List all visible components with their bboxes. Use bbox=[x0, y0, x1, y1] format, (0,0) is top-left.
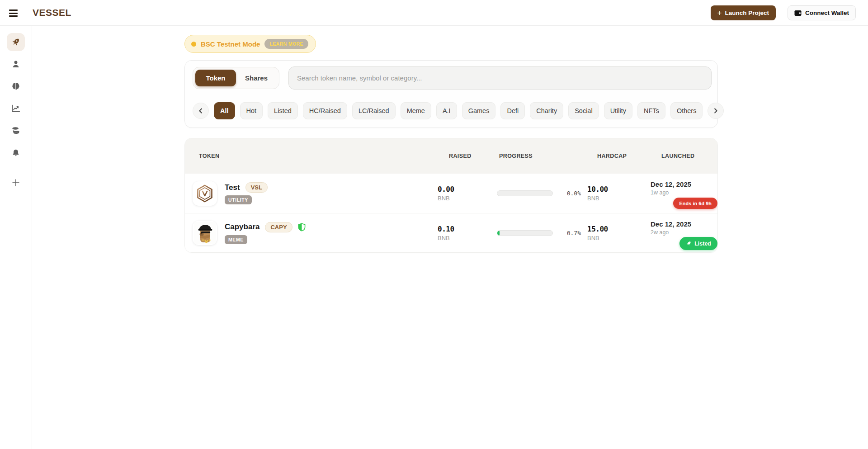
category-chip-charity[interactable]: Charity bbox=[530, 102, 563, 119]
category-filter-row: All Hot Listed HC/Raised LC/Raised Meme … bbox=[193, 102, 711, 119]
table-row[interactable]: Test VSL UTILITY 0.00 BNB 0.0% 10.00 BNB bbox=[185, 174, 717, 213]
progress-bar-fill bbox=[497, 231, 500, 236]
category-chip-nfts[interactable]: NFTs bbox=[637, 102, 665, 119]
scroll-left-button[interactable] bbox=[193, 103, 209, 119]
chevron-right-icon bbox=[712, 108, 719, 114]
token-logo-capybara bbox=[193, 221, 217, 245]
hamburger-icon bbox=[9, 9, 18, 11]
raised-unit: BNB bbox=[438, 235, 493, 241]
column-header-launched: LAUNCHED bbox=[650, 153, 717, 159]
chart-icon bbox=[11, 104, 21, 113]
raised-value: 0.00 bbox=[438, 185, 493, 194]
category-chip-listed[interactable]: Listed bbox=[268, 102, 298, 119]
raised-unit: BNB bbox=[438, 195, 493, 202]
launched-ago: 2w ago bbox=[651, 229, 717, 236]
bell-icon bbox=[11, 148, 21, 158]
category-chip-games[interactable]: Games bbox=[462, 102, 496, 119]
category-chip-hot[interactable]: Hot bbox=[240, 102, 263, 119]
hardcap-value: 15.00 bbox=[587, 225, 650, 233]
sidebar-item-add[interactable] bbox=[7, 174, 25, 192]
column-header-raised: RAISED bbox=[434, 153, 493, 159]
network-status-dot bbox=[191, 42, 196, 47]
sidebar-item-profile[interactable] bbox=[7, 55, 25, 73]
token-category-tag: MEME bbox=[225, 235, 247, 244]
progress-cell: 0.0% bbox=[493, 190, 583, 197]
status-badge-listed[interactable]: Listed bbox=[679, 237, 717, 250]
network-banner-text: BSC Testnet Mode bbox=[201, 40, 260, 48]
scroll-right-button[interactable] bbox=[708, 103, 724, 119]
menu-toggle-button[interactable] bbox=[8, 6, 22, 20]
table-header-row: TOKEN RAISED PROGRESS HARDCAP LAUNCHED bbox=[185, 138, 717, 174]
category-chip-ai[interactable]: A.I bbox=[436, 102, 457, 119]
category-chip-hc-raised[interactable]: HC/Raised bbox=[303, 102, 347, 119]
hardcap-value: 10.00 bbox=[587, 185, 650, 194]
progress-cell: 0.7% bbox=[493, 230, 583, 236]
sidebar-item-notifications[interactable] bbox=[7, 144, 25, 162]
coins-icon bbox=[11, 126, 21, 136]
mode-toggle: Token Shares bbox=[193, 67, 279, 89]
wallet-icon bbox=[794, 10, 802, 16]
token-cell: Test VSL UTILITY bbox=[185, 181, 434, 206]
sidebar-item-launchpad[interactable] bbox=[7, 33, 25, 51]
category-chip-others[interactable]: Others bbox=[670, 102, 703, 119]
launched-cell: Dec 12, 2025 1w ago bbox=[650, 174, 717, 196]
hardcap-cell: 10.00 BNB bbox=[583, 185, 650, 202]
token-cell: Capybara CAPY MEME bbox=[185, 221, 434, 245]
token-symbol-badge: VSL bbox=[245, 182, 268, 193]
raised-cell: 0.00 BNB bbox=[434, 185, 493, 202]
plus-icon bbox=[11, 178, 21, 188]
network-banner: BSC Testnet Mode LEARN MORE bbox=[184, 35, 316, 53]
category-chip-lc-raised[interactable]: LC/Raised bbox=[352, 102, 396, 119]
column-header-hardcap: HARDCAP bbox=[583, 153, 650, 159]
brain-icon bbox=[11, 81, 21, 91]
launch-project-button[interactable]: + Launch Project bbox=[711, 5, 776, 20]
progress-bar bbox=[497, 230, 553, 236]
token-name: Test bbox=[225, 183, 240, 192]
mode-shares-button[interactable]: Shares bbox=[236, 70, 277, 86]
progress-percent: 0.0% bbox=[567, 190, 581, 197]
table-row[interactable]: Capybara CAPY MEME 0.10 BNB 0.7% bbox=[185, 213, 717, 252]
main-content: BSC Testnet Mode LEARN MORE Token Shares… bbox=[32, 26, 868, 449]
topbar-actions: + Launch Project Connect Wallet bbox=[711, 5, 856, 20]
connect-wallet-button[interactable]: Connect Wallet bbox=[788, 5, 856, 20]
verified-shield-icon bbox=[298, 223, 306, 232]
chevron-left-icon bbox=[198, 108, 204, 114]
launched-date: Dec 12, 2025 bbox=[651, 180, 717, 188]
mode-token-button[interactable]: Token bbox=[195, 70, 236, 86]
token-name: Capybara bbox=[225, 222, 259, 232]
sidebar-item-analytics[interactable] bbox=[7, 99, 25, 118]
brand-logo: VESSEL bbox=[33, 7, 71, 18]
category-chip-social[interactable]: Social bbox=[568, 102, 599, 119]
launched-date: Dec 12, 2025 bbox=[651, 220, 717, 228]
launched-ago: 1w ago bbox=[651, 189, 717, 196]
status-badge-ends[interactable]: Ends in 6d 9h bbox=[673, 198, 717, 209]
search-input[interactable] bbox=[288, 66, 712, 90]
token-table: TOKEN RAISED PROGRESS HARDCAP LAUNCHED bbox=[184, 138, 718, 253]
category-chip-meme[interactable]: Meme bbox=[401, 102, 431, 119]
rocket-icon bbox=[686, 241, 692, 246]
token-symbol-badge: CAPY bbox=[265, 222, 292, 232]
category-chip-all[interactable]: All bbox=[214, 102, 235, 119]
sidebar-item-staking[interactable] bbox=[7, 122, 25, 140]
token-category-tag: UTILITY bbox=[225, 195, 252, 204]
top-bar: VESSEL + Launch Project Connect Wallet bbox=[0, 0, 868, 26]
category-chips: All Hot Listed HC/Raised LC/Raised Meme … bbox=[214, 102, 703, 119]
plus-icon: + bbox=[717, 9, 722, 17]
learn-more-badge[interactable]: LEARN MORE bbox=[264, 39, 308, 49]
token-logo-vessel bbox=[193, 181, 217, 206]
raised-cell: 0.10 BNB bbox=[434, 225, 493, 241]
hardcap-unit: BNB bbox=[587, 195, 650, 202]
profile-icon bbox=[11, 59, 21, 69]
sidebar bbox=[0, 26, 32, 449]
category-chip-utility[interactable]: Utility bbox=[604, 102, 632, 119]
column-header-token: TOKEN bbox=[185, 153, 434, 159]
launched-cell: Dec 12, 2025 2w ago bbox=[650, 213, 717, 236]
filter-card: Token Shares All Hot Listed HC/Raised LC… bbox=[184, 60, 718, 128]
category-chip-defi[interactable]: Defi bbox=[500, 102, 525, 119]
hardcap-cell: 15.00 BNB bbox=[583, 225, 650, 241]
sidebar-item-ai[interactable] bbox=[7, 77, 25, 95]
progress-bar bbox=[497, 190, 553, 196]
progress-percent: 0.7% bbox=[567, 230, 581, 236]
hardcap-unit: BNB bbox=[587, 235, 650, 241]
rocket-icon bbox=[11, 37, 21, 47]
